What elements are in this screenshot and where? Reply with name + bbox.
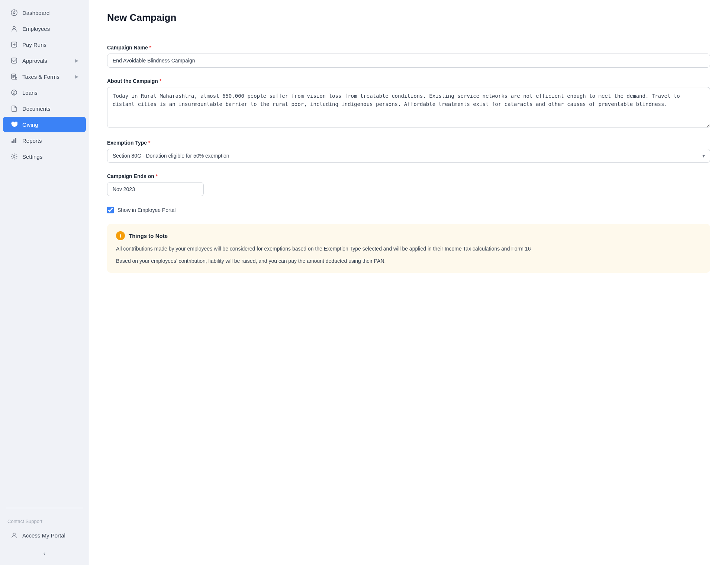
access-portal-icon xyxy=(10,532,18,539)
loans-icon xyxy=(10,89,18,96)
show-portal-label[interactable]: Show in Employee Portal xyxy=(117,207,175,213)
campaign-ends-input[interactable] xyxy=(107,182,204,196)
sidebar-item-access-portal[interactable]: Access My Portal xyxy=(3,527,86,543)
sidebar-item-label: Settings xyxy=(22,154,42,160)
sidebar-item-loans[interactable]: Loans xyxy=(3,85,86,100)
section-divider xyxy=(107,34,710,34)
about-campaign-label: About the Campaign * xyxy=(107,78,710,84)
exemption-type-label: Exemption Type * xyxy=(107,140,710,146)
sidebar-item-pay-runs[interactable]: Pay Runs xyxy=(3,37,86,52)
required-star-exemption: * xyxy=(148,140,150,146)
approvals-icon xyxy=(10,57,18,64)
documents-icon xyxy=(10,105,18,112)
about-campaign-textarea[interactable] xyxy=(107,87,710,128)
campaign-name-input[interactable] xyxy=(107,54,710,68)
sidebar-item-approvals[interactable]: Approvals ▶ xyxy=(3,53,86,68)
exemption-type-select-wrapper: Section 80G - Donation eligible for 50% … xyxy=(107,149,710,163)
sidebar-nav: Dashboard Employees Pay Runs xyxy=(0,4,89,503)
sidebar-item-employees[interactable]: Employees xyxy=(3,21,86,36)
campaign-ends-label: Campaign Ends on * xyxy=(107,173,710,179)
svg-point-13 xyxy=(13,533,15,535)
exemption-type-select[interactable]: Section 80G - Donation eligible for 50% … xyxy=(107,149,710,163)
pay-runs-icon xyxy=(10,41,18,48)
sidebar-item-label: Reports xyxy=(22,138,42,144)
sidebar-item-giving[interactable]: Giving xyxy=(3,117,86,132)
contact-support: Contact Support xyxy=(0,516,89,527)
exemption-type-group: Exemption Type * Section 80G - Donation … xyxy=(107,140,710,163)
access-portal-label: Access My Portal xyxy=(22,532,65,539)
svg-rect-11 xyxy=(15,138,16,143)
note-header: i Things to Note xyxy=(116,231,701,240)
collapse-icon: ‹ xyxy=(44,550,45,557)
note-line-1: All contributions made by your employees… xyxy=(116,245,701,253)
sidebar-item-label: Dashboard xyxy=(22,10,49,16)
sidebar-item-dashboard[interactable]: Dashboard xyxy=(3,5,86,20)
dashboard-icon xyxy=(10,9,18,16)
required-star-about: * xyxy=(160,78,161,84)
taxes-icon xyxy=(10,73,18,80)
date-input-wrapper xyxy=(107,182,204,196)
things-to-note-box: i Things to Note All contributions made … xyxy=(107,224,710,273)
sidebar-item-label: Pay Runs xyxy=(22,42,46,48)
show-portal-row: Show in Employee Portal xyxy=(107,207,710,213)
svg-point-3 xyxy=(13,26,15,29)
campaign-ends-group: Campaign Ends on * xyxy=(107,173,710,196)
campaign-name-label: Campaign Name * xyxy=(107,45,710,51)
sidebar-item-documents[interactable]: Documents xyxy=(3,101,86,116)
reports-icon xyxy=(10,137,18,144)
note-line-2: Based on your employees' contribution, l… xyxy=(116,257,701,265)
approvals-arrow: ▶ xyxy=(75,58,78,63)
svg-rect-5 xyxy=(12,58,17,63)
sidebar-item-reports[interactable]: Reports xyxy=(3,133,86,148)
required-star: * xyxy=(149,45,151,51)
svg-point-1 xyxy=(13,12,15,14)
svg-rect-9 xyxy=(12,141,13,143)
sidebar-item-taxes-forms[interactable]: Taxes & Forms ▶ xyxy=(3,69,86,84)
note-title: Things to Note xyxy=(129,233,168,239)
giving-icon xyxy=(10,121,18,128)
svg-rect-10 xyxy=(13,139,15,143)
sidebar-divider xyxy=(6,508,83,508)
sidebar-item-label: Loans xyxy=(22,90,38,96)
taxes-arrow: ▶ xyxy=(75,74,78,79)
sidebar: Dashboard Employees Pay Runs xyxy=(0,0,89,565)
sidebar-item-label: Approvals xyxy=(22,58,47,64)
main-content: New Campaign Campaign Name * About the C… xyxy=(89,0,728,565)
page-title: New Campaign xyxy=(107,12,710,23)
note-body: All contributions made by your employees… xyxy=(116,245,701,265)
campaign-name-group: Campaign Name * xyxy=(107,45,710,68)
svg-point-12 xyxy=(13,156,15,158)
sidebar-item-label: Taxes & Forms xyxy=(22,74,59,80)
sidebar-item-label: Documents xyxy=(22,106,51,112)
settings-icon xyxy=(10,153,18,160)
sidebar-bottom: Contact Support Access My Portal xyxy=(0,513,89,546)
show-portal-checkbox[interactable] xyxy=(107,207,114,213)
required-star-ends: * xyxy=(156,173,158,179)
sidebar-item-label: Giving xyxy=(22,122,38,128)
about-campaign-group: About the Campaign * xyxy=(107,78,710,129)
sidebar-collapse-button[interactable]: ‹ xyxy=(0,546,89,561)
note-info-icon: i xyxy=(116,231,125,240)
sidebar-item-settings[interactable]: Settings xyxy=(3,149,86,164)
sidebar-item-label: Employees xyxy=(22,26,50,32)
employees-icon xyxy=(10,25,18,32)
